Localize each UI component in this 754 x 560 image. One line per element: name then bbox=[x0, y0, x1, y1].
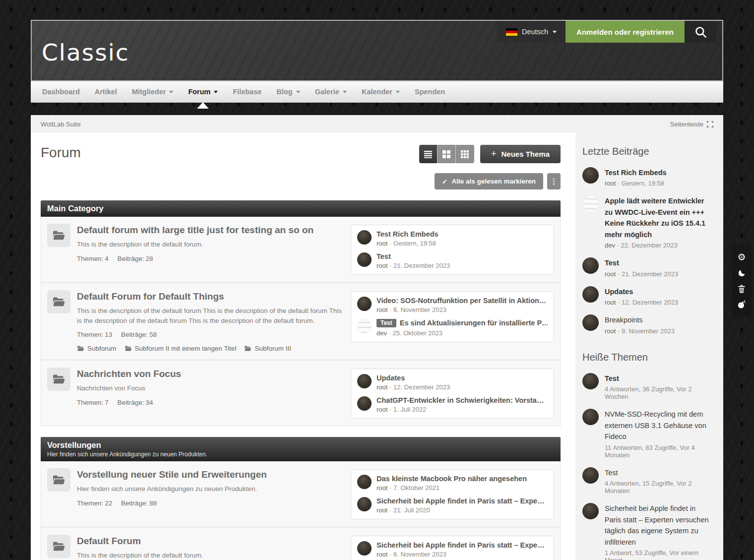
post-title-link[interactable]: Updates bbox=[605, 286, 713, 297]
latest-post: Test Rich Embeds root · Gestern, 19:58 bbox=[357, 230, 548, 247]
forum-description: This is the description of the default f… bbox=[77, 551, 345, 560]
avatar[interactable] bbox=[582, 195, 599, 212]
large-grid-view-icon bbox=[461, 150, 469, 158]
mark-all-read-button[interactable]: ✓ Alle als gelesen markieren bbox=[435, 173, 543, 189]
topic-title-link[interactable]: Test bbox=[605, 373, 713, 384]
nav-item-mitglieder[interactable]: Mitglieder bbox=[125, 81, 181, 102]
language-selector[interactable]: Deutsch bbox=[497, 21, 566, 43]
category-header[interactable]: Main Category bbox=[41, 200, 561, 217]
post-date: 7. Oktober 2021 bbox=[393, 484, 440, 492]
post-title-link[interactable]: Breakpoints bbox=[605, 314, 713, 325]
new-topic-button[interactable]: + Neues Thema bbox=[480, 145, 561, 163]
post-title-link[interactable]: ChatGPT-Entwickler in Schwierigkeiten: V… bbox=[377, 396, 548, 404]
main-column: Forum + Neu bbox=[31, 133, 575, 560]
avatar[interactable] bbox=[582, 467, 599, 484]
topic-title-link[interactable]: Test bbox=[605, 467, 713, 478]
avatar[interactable] bbox=[357, 319, 372, 333]
post-title-link[interactable]: Apple lädt weitere Entwickler zu WWDC-Li… bbox=[605, 195, 713, 240]
post-author-link[interactable]: root bbox=[605, 327, 616, 335]
forum-title-link[interactable]: Vorstellung neuer Stile und Erweiterunge… bbox=[77, 469, 345, 480]
post-title-link[interactable]: Test bbox=[377, 252, 548, 260]
search-button[interactable] bbox=[685, 21, 716, 43]
post-author-link[interactable]: root bbox=[377, 506, 387, 514]
large-grid-view-button[interactable] bbox=[456, 145, 474, 163]
nav-item-blog[interactable]: Blog bbox=[269, 81, 308, 102]
topic-meta: 1 Antwort, 53 Zugriffe, Vor einem Monat bbox=[605, 549, 713, 560]
avatar[interactable] bbox=[582, 167, 599, 184]
post-author-link[interactable]: dev bbox=[605, 242, 615, 249]
settings-button[interactable]: ⚙ bbox=[732, 249, 752, 265]
avatar[interactable] bbox=[357, 497, 372, 511]
post-author-link[interactable]: root bbox=[377, 406, 387, 413]
more-options-button[interactable]: ⋮ bbox=[547, 173, 561, 189]
nav-item-artikel[interactable]: Artikel bbox=[87, 81, 125, 102]
post-title-link[interactable]: Sicherheit bei Apple findet in Paris sta… bbox=[377, 541, 548, 549]
post-author-link[interactable]: root bbox=[377, 551, 387, 558]
post-author-link[interactable]: root bbox=[377, 383, 387, 391]
login-register-button[interactable]: Anmelden oder registrieren bbox=[566, 21, 685, 43]
post-author-link[interactable]: root bbox=[605, 180, 616, 187]
post-title-link[interactable]: Updates bbox=[377, 374, 548, 382]
avatar[interactable] bbox=[357, 297, 372, 311]
language-label: Deutsch bbox=[522, 28, 548, 36]
post-title-link[interactable]: TestEs sind Aktualisierungen für install… bbox=[377, 319, 548, 328]
nav-item-spenden[interactable]: Spenden bbox=[407, 81, 452, 102]
subforum-link[interactable]: Subforum II mit einem langen Titel bbox=[125, 345, 237, 352]
post-title-link[interactable]: Video: SOS-Notruffunktion per Satellit i… bbox=[377, 297, 548, 305]
nav-item-forum[interactable]: Forum bbox=[181, 81, 225, 102]
forum-title-link[interactable]: Nachrichten von Focus bbox=[77, 369, 345, 379]
avatar[interactable] bbox=[357, 230, 372, 245]
avatar[interactable] bbox=[357, 541, 372, 556]
avatar[interactable] bbox=[582, 373, 599, 389]
bomb-button[interactable] bbox=[732, 297, 752, 312]
post-title-link[interactable]: Das kleinste Macbook Pro näher angesehen bbox=[377, 475, 548, 483]
latest-post: Test root · 21. Dezember 2023 bbox=[357, 252, 548, 269]
nav-item-filebase[interactable]: Filebase bbox=[225, 81, 269, 102]
post-title-link[interactable]: Test Rich Embeds bbox=[377, 230, 548, 238]
post-title-link[interactable]: Test Rich Embeds bbox=[605, 167, 713, 178]
avatar[interactable] bbox=[582, 409, 599, 425]
post-title-link[interactable]: Test bbox=[605, 257, 713, 268]
post-author-link[interactable]: dev bbox=[377, 329, 387, 337]
breadcrumb-bar: WoltLab Suite Seitenleiste bbox=[31, 115, 723, 133]
subforum-link[interactable]: Subforum III bbox=[244, 345, 291, 352]
hot-topics-section: Heiße Themen Test 4 Antworten, 36 Zugrif… bbox=[582, 352, 713, 560]
topic-meta: 4 Antworten, 36 Zugriffe, Vor 2 Wochen bbox=[605, 385, 713, 400]
sidebar-latest-item: Apple lädt weitere Entwickler zu WWDC-Li… bbox=[582, 195, 713, 249]
avatar[interactable] bbox=[582, 503, 599, 519]
post-author-link[interactable]: root bbox=[377, 262, 387, 269]
subforum-link[interactable]: Subforum bbox=[77, 345, 117, 352]
category-header[interactable]: Vorstellungen Hier finden sich unsere An… bbox=[41, 437, 561, 461]
sidebar-latest-item: Test Rich Embeds root · Gestern, 19:58 bbox=[582, 167, 713, 187]
nav-item-galerie[interactable]: Galerie bbox=[308, 81, 354, 102]
forum-title-link[interactable]: Default Forum bbox=[77, 536, 345, 547]
nav-item-dashboard[interactable]: Dashboard bbox=[35, 81, 87, 102]
avatar[interactable] bbox=[357, 475, 372, 489]
avatar[interactable] bbox=[357, 252, 372, 267]
breadcrumb[interactable]: WoltLab Suite bbox=[41, 121, 81, 128]
latest-posts-box: Test Rich Embeds root · Gestern, 19:58 T… bbox=[351, 225, 554, 275]
topic-title-link[interactable]: Sicherheit bei Apple findet in Paris sta… bbox=[605, 503, 713, 548]
post-author-link[interactable]: root bbox=[605, 299, 616, 306]
trash-button[interactable] bbox=[732, 281, 752, 297]
post-author-link[interactable]: root bbox=[377, 306, 387, 313]
post-title-link[interactable]: Sicherheit bei Apple findet in Paris sta… bbox=[377, 497, 548, 505]
nav-item-kalender[interactable]: Kalender bbox=[354, 81, 407, 102]
sidebar-toggle[interactable]: Seitenleiste bbox=[670, 121, 713, 128]
avatar[interactable] bbox=[582, 314, 599, 331]
post-author-link[interactable]: root bbox=[377, 240, 387, 247]
forum-title-link[interactable]: Default Forum for Default Things bbox=[77, 291, 345, 302]
dark-mode-button[interactable] bbox=[732, 265, 752, 281]
avatar[interactable] bbox=[357, 396, 372, 411]
list-view-button[interactable] bbox=[419, 145, 438, 163]
site-logo[interactable]: Classic bbox=[42, 39, 129, 66]
sidebar-latest-item: Test root · 21. Dezember 2023 bbox=[582, 257, 713, 277]
avatar[interactable] bbox=[582, 257, 599, 274]
post-author-link[interactable]: root bbox=[377, 484, 387, 492]
topic-title-link[interactable]: NVMe-SSD-Recycling mit dem externen USB … bbox=[605, 409, 713, 442]
grid-view-button[interactable] bbox=[438, 145, 456, 163]
avatar[interactable] bbox=[357, 374, 372, 388]
avatar[interactable] bbox=[582, 286, 599, 303]
forum-title-link[interactable]: Default forum with large title just for … bbox=[77, 225, 345, 236]
post-author-link[interactable]: root bbox=[605, 270, 616, 278]
